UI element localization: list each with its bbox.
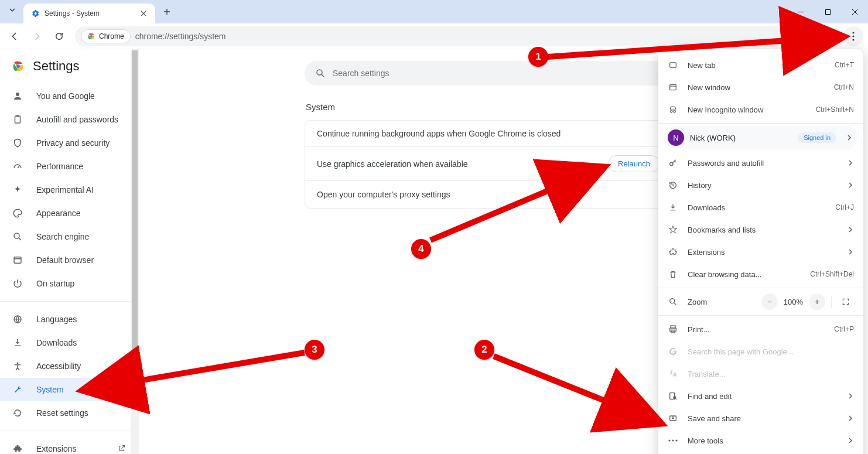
tab-title: Settings - System <box>45 9 134 18</box>
settings-sidebar: Settings You and Google Autofill and pas… <box>0 49 139 454</box>
download-icon <box>12 337 23 348</box>
menu-more-tools[interactable]: More tools <box>658 429 863 452</box>
chrome-menu: New tabCtrl+T New windowCtrl+N New Incog… <box>658 49 863 454</box>
sidebar-item-system[interactable]: System <box>0 378 139 401</box>
sparkle-icon <box>12 185 23 195</box>
close-tab-button[interactable] <box>139 9 148 18</box>
search-field[interactable] <box>333 69 692 78</box>
menu-zoom: Zoom − 100% + <box>658 291 863 313</box>
save-icon <box>668 414 678 423</box>
find-icon <box>668 391 678 401</box>
zoom-in-button[interactable]: + <box>809 293 825 310</box>
search-icon <box>12 231 23 242</box>
site-chip[interactable]: Chrome <box>81 29 131 43</box>
zoom-value: 100% <box>784 298 803 306</box>
scrollbar[interactable] <box>131 49 139 454</box>
sidebar-item-privacy[interactable]: Privacy and security <box>0 131 139 155</box>
url-text: chrome://settings/system <box>135 32 226 41</box>
tab-search-button[interactable] <box>5 2 20 18</box>
svg-rect-10 <box>16 115 19 117</box>
menu-downloads[interactable]: DownloadsCtrl+J <box>658 196 863 219</box>
sidebar-item-autofill[interactable]: Autofill and passwords <box>0 108 139 131</box>
svg-point-14 <box>17 362 19 364</box>
annotation-badge-4: 4 <box>411 239 431 259</box>
divider <box>0 301 139 302</box>
reload-button[interactable] <box>49 26 69 46</box>
palette-icon <box>12 208 23 219</box>
minimize-button[interactable] <box>787 0 814 23</box>
menu-find-edit[interactable]: Find and edit <box>658 385 863 407</box>
window-titlebar: Settings - System <box>0 0 868 23</box>
sidebar-item-appearance[interactable]: Appearance <box>0 202 139 225</box>
svg-rect-12 <box>14 257 21 264</box>
menu-new-window[interactable]: New windowCtrl+N <box>658 76 863 98</box>
setting-row-proxy[interactable]: Open your computer's proxy settings <box>305 180 702 208</box>
svg-point-15 <box>317 70 322 75</box>
svg-point-28 <box>668 439 670 441</box>
svg-rect-17 <box>670 84 676 90</box>
sidebar-item-search-engine[interactable]: Search engine <box>0 225 139 248</box>
menu-passwords[interactable]: Passwords and autofill <box>658 152 863 174</box>
avatar: N <box>668 129 684 146</box>
back-button[interactable] <box>5 26 25 46</box>
sidebar-item-languages[interactable]: Languages <box>0 308 139 331</box>
sidebar-item-reset[interactable]: Reset settings <box>0 401 139 425</box>
more-icon <box>668 439 678 442</box>
fullscreen-button[interactable] <box>838 293 854 310</box>
star-icon <box>668 225 678 234</box>
download-icon <box>668 203 678 212</box>
menu-new-incognito[interactable]: New Incognito windowCtrl+Shift+N <box>658 98 863 121</box>
window-icon <box>12 255 23 265</box>
clipboard-icon <box>12 114 23 125</box>
menu-bookmarks[interactable]: Bookmarks and lists <box>658 219 863 241</box>
window-icon <box>668 83 678 92</box>
menu-clear-data[interactable]: Clear browsing data...Ctrl+Shift+Del <box>658 263 863 285</box>
setting-row-graphics-accel: Use graphics acceleration when available… <box>305 146 702 180</box>
new-tab-button[interactable] <box>159 4 175 20</box>
menu-extensions[interactable]: Extensions <box>658 241 863 263</box>
chevron-right-icon <box>847 415 854 422</box>
sidebar-item-you-and-google[interactable]: You and Google <box>0 84 139 108</box>
svg-point-20 <box>670 162 673 165</box>
svg-point-2 <box>90 35 93 37</box>
relaunch-button[interactable]: Relaunch <box>608 155 660 172</box>
forward-button[interactable] <box>27 26 47 46</box>
sidebar-item-on-startup[interactable]: On startup <box>0 272 139 295</box>
sidebar-item-default-browser[interactable]: Default browser <box>0 248 139 272</box>
menu-new-tab[interactable]: New tabCtrl+T <box>658 54 863 76</box>
scrollbar-thumb[interactable] <box>132 50 138 384</box>
sidebar-item-accessibility[interactable]: Accessibility <box>0 354 139 378</box>
search-settings-input[interactable] <box>305 61 703 86</box>
svg-point-30 <box>675 439 677 441</box>
sidebar-item-extensions[interactable]: Extensions <box>0 437 139 454</box>
shield-icon <box>12 138 23 148</box>
maximize-button[interactable] <box>814 0 841 23</box>
menu-search-page: Search this page with Google... <box>658 340 863 363</box>
chevron-right-icon <box>847 182 854 189</box>
divider <box>0 431 139 431</box>
sidebar-item-performance[interactable]: Performance <box>0 155 139 178</box>
chrome-menu-button[interactable] <box>843 26 863 46</box>
external-link-icon <box>118 444 127 453</box>
bookmark-star-icon[interactable] <box>821 31 832 42</box>
close-window-button[interactable] <box>841 0 868 23</box>
sidebar-item-experimental-ai[interactable]: Experimental AI <box>0 178 139 202</box>
speedometer-icon <box>12 161 23 172</box>
key-icon <box>668 158 678 168</box>
section-title: System <box>305 102 703 112</box>
annotation-badge-1: 1 <box>528 47 548 67</box>
menu-history[interactable]: History <box>658 174 863 196</box>
tab-icon <box>668 60 678 70</box>
svg-point-5 <box>852 39 854 40</box>
address-bar[interactable]: Chrome chrome://settings/system <box>75 26 838 46</box>
menu-profile-row[interactable]: N Nick (WORK) Signed in <box>664 126 857 149</box>
menu-print[interactable]: Print...Ctrl+P <box>658 318 863 340</box>
accessibility-icon <box>12 361 23 371</box>
menu-save-share[interactable]: Save and share <box>658 407 863 429</box>
browser-tab-active[interactable]: Settings - System <box>23 4 155 23</box>
sidebar-item-downloads[interactable]: Downloads <box>0 331 139 354</box>
extension-icon <box>12 443 23 454</box>
zoom-out-button[interactable]: − <box>761 293 778 310</box>
chrome-logo-icon <box>87 32 95 40</box>
print-icon <box>668 325 678 334</box>
